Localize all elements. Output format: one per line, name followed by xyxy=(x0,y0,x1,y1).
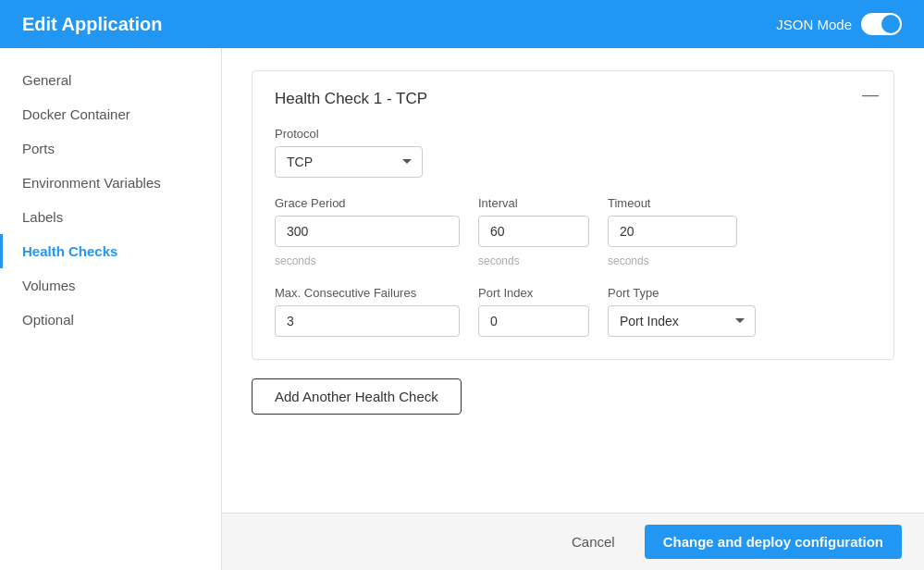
sidebar-item-labels[interactable]: Labels xyxy=(0,200,221,234)
interval-label: Interval xyxy=(478,196,589,210)
sidebar-item-health-checks[interactable]: Health Checks xyxy=(0,234,221,268)
sidebar-item-environment-variables[interactable]: Environment Variables xyxy=(0,166,221,200)
main-content: Health Check 1 - TCP — Protocol TCP HTTP… xyxy=(222,48,924,513)
port-type-label: Port Type xyxy=(608,286,756,300)
interval-hint: seconds xyxy=(478,251,589,267)
interval-field: Interval xyxy=(478,196,589,247)
health-check-title: Health Check 1 - TCP xyxy=(275,90,871,108)
json-mode-area: JSON Mode xyxy=(776,13,902,35)
grace-hint: seconds xyxy=(275,251,460,267)
main-panel: Health Check 1 - TCP — Protocol TCP HTTP… xyxy=(222,48,924,570)
timeout-hint: seconds xyxy=(608,251,737,267)
timeout-input[interactable] xyxy=(608,216,737,247)
port-type-select[interactable]: Port Index Port Number xyxy=(608,305,756,337)
sidebar: General Docker Container Ports Environme… xyxy=(0,48,222,570)
page-title: Edit Application xyxy=(22,14,162,35)
sidebar-item-volumes[interactable]: Volumes xyxy=(0,268,221,303)
max-failures-label: Max. Consecutive Failures xyxy=(275,286,460,300)
port-index-input[interactable] xyxy=(478,305,589,337)
max-failures-field: Max. Consecutive Failures xyxy=(275,286,460,337)
cancel-button[interactable]: Cancel xyxy=(557,527,630,557)
sidebar-item-docker-container[interactable]: Docker Container xyxy=(0,97,221,131)
interval-hint-text: seconds xyxy=(478,254,589,267)
max-failures-input[interactable] xyxy=(275,305,460,337)
add-health-check-button[interactable]: Add Another Health Check xyxy=(252,378,462,415)
footer: Cancel Change and deploy configuration xyxy=(222,513,924,570)
timeout-hint-text: seconds xyxy=(608,254,737,267)
grace-period-field: Grace Period xyxy=(275,196,460,247)
grace-period-hint: seconds xyxy=(275,254,460,267)
header: Edit Application JSON Mode xyxy=(0,0,924,48)
timing-fields-row: Grace Period Interval Timeout xyxy=(275,196,871,247)
deploy-button[interactable]: Change and deploy configuration xyxy=(645,525,902,559)
port-index-label: Port Index xyxy=(478,286,589,300)
port-index-field: Port Index xyxy=(478,286,589,337)
collapse-button[interactable]: — xyxy=(862,86,879,103)
app-container: Edit Application JSON Mode General Docke… xyxy=(0,0,924,570)
timeout-label: Timeout xyxy=(608,196,737,210)
protocol-label: Protocol xyxy=(275,127,423,141)
interval-input[interactable] xyxy=(478,216,589,247)
sidebar-item-general[interactable]: General xyxy=(0,63,221,97)
json-mode-toggle[interactable] xyxy=(861,13,902,35)
grace-period-input[interactable] xyxy=(275,216,460,247)
timeout-field: Timeout xyxy=(608,196,737,247)
protocol-select[interactable]: TCP HTTP HTTPS COMMAND xyxy=(275,146,423,178)
hints-row: seconds seconds seconds xyxy=(275,251,871,267)
toggle-knob xyxy=(881,15,900,33)
json-mode-label: JSON Mode xyxy=(776,17,852,32)
failure-port-fields-row: Max. Consecutive Failures Port Index Por… xyxy=(275,286,871,337)
sidebar-item-optional[interactable]: Optional xyxy=(0,303,221,337)
body: General Docker Container Ports Environme… xyxy=(0,48,924,570)
port-type-field: Port Type Port Index Port Number xyxy=(608,286,756,337)
sidebar-item-ports[interactable]: Ports xyxy=(0,131,221,166)
health-check-card: Health Check 1 - TCP — Protocol TCP HTTP… xyxy=(252,70,894,360)
grace-period-label: Grace Period xyxy=(275,196,460,210)
protocol-field: Protocol TCP HTTP HTTPS COMMAND xyxy=(275,127,423,178)
